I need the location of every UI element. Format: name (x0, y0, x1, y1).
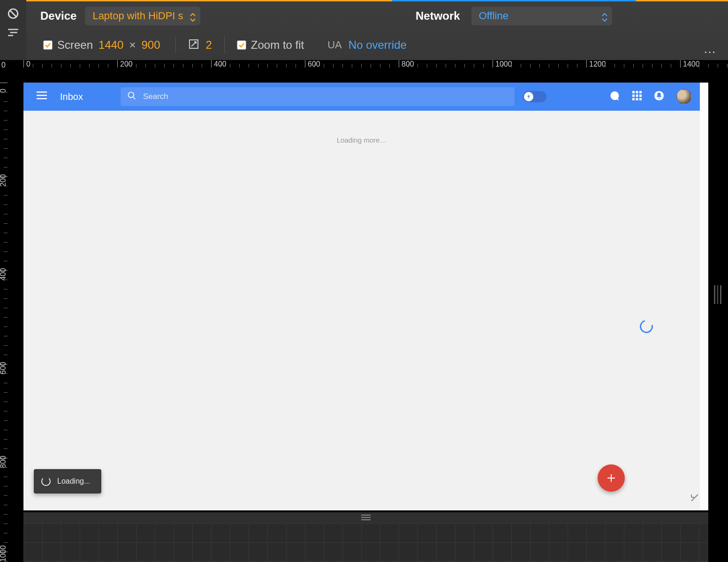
filter-icon[interactable] (7, 28, 19, 37)
svg-rect-21 (361, 515, 371, 516)
zoom-label: Zoom to fit (251, 38, 304, 52)
dpr-icon (188, 38, 199, 52)
inbox-header: Inbox (23, 83, 700, 111)
viewport-scrollbar[interactable] (700, 83, 708, 510)
screen-width-input[interactable]: 1440 (99, 38, 123, 52)
separator (175, 37, 176, 53)
device-select[interactable]: Laptop with HiDPI s (85, 7, 200, 25)
resize-handle-icon[interactable] (690, 494, 699, 504)
svg-rect-18 (636, 98, 638, 100)
svg-rect-7 (37, 95, 47, 96)
ua-value[interactable]: No override (349, 38, 407, 52)
svg-rect-19 (639, 98, 642, 100)
timeline-panel[interactable] (23, 524, 708, 562)
device-select-value: Laptop with HiDPI s (92, 10, 183, 22)
network-label: Network (416, 9, 460, 23)
svg-rect-17 (632, 98, 635, 100)
svg-rect-15 (636, 95, 638, 97)
network-select[interactable]: Offline (471, 7, 612, 25)
device-label: Device (40, 9, 76, 23)
chevron-updown-icon (602, 12, 607, 20)
devtools-leftbar (0, 0, 26, 60)
spinner-icon (41, 477, 51, 486)
screen-height-input[interactable]: 900 (141, 38, 160, 52)
svg-rect-11 (632, 91, 635, 93)
screen-label: Screen (57, 38, 93, 52)
more-icon[interactable]: ⋯ (704, 45, 717, 60)
svg-rect-12 (636, 91, 638, 93)
svg-rect-3 (10, 32, 17, 33)
svg-rect-2 (8, 29, 18, 30)
chevron-updown-icon (190, 12, 196, 20)
svg-rect-22 (361, 517, 371, 518)
hangouts-spinner-icon (637, 318, 655, 335)
ruler-origin: 0 (0, 60, 17, 77)
drag-lines-icon (361, 515, 371, 521)
menu-icon[interactable] (37, 91, 47, 102)
avatar[interactable] (676, 89, 691, 104)
ua-label: UA (327, 39, 342, 51)
dpr-value[interactable]: 2 (206, 38, 212, 52)
inbox-body: Loading more… Loading... (23, 111, 700, 510)
compose-button[interactable] (598, 464, 625, 492)
svg-rect-14 (632, 95, 635, 97)
notifications-icon[interactable] (654, 91, 664, 103)
svg-rect-6 (37, 91, 47, 93)
svg-rect-8 (37, 98, 47, 99)
search-icon (127, 91, 136, 102)
no-entry-icon[interactable] (7, 8, 19, 20)
network-select-value: Offline (479, 10, 508, 22)
app-title: Inbox (60, 91, 83, 102)
devtools-toolbar: Device Laptop with HiDPI s Network Offli… (26, 0, 728, 60)
plus-icon (606, 472, 617, 484)
separator (224, 37, 225, 53)
svg-rect-23 (361, 519, 371, 520)
ruler-horizontal: 0200400600800100012001400 (17, 60, 728, 77)
drawer-handle[interactable] (23, 512, 708, 524)
zoom-checkbox[interactable] (237, 40, 246, 50)
svg-point-9 (128, 92, 134, 98)
pin-icon (524, 92, 533, 101)
pin-toggle[interactable] (523, 91, 546, 102)
hangouts-icon[interactable] (610, 91, 620, 103)
svg-rect-16 (639, 95, 642, 97)
loading-more-text: Loading more… (337, 136, 387, 144)
apps-icon[interactable] (632, 91, 642, 102)
screen-checkbox[interactable] (43, 40, 53, 50)
svg-rect-13 (639, 91, 642, 93)
loading-toast: Loading... (34, 469, 101, 494)
svg-rect-4 (8, 35, 13, 36)
ruler-vertical: 02004006008001000 (0, 77, 17, 562)
svg-line-1 (10, 11, 16, 17)
search-bar[interactable] (121, 87, 515, 106)
svg-line-10 (133, 97, 135, 99)
search-input[interactable] (143, 92, 515, 101)
side-resize-handle[interactable] (714, 285, 721, 304)
emulated-viewport: Inbox Loading more… (23, 83, 708, 510)
dimension-x: × (129, 38, 136, 52)
loading-toast-text: Loading... (57, 477, 90, 486)
